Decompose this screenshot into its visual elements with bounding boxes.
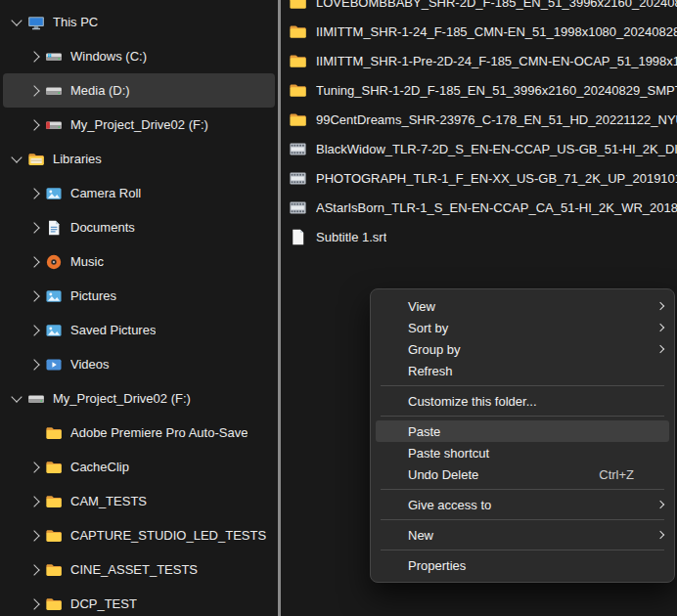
sidebar-item-music[interactable]: Music <box>3 244 275 279</box>
chevron-right-icon[interactable] <box>25 566 42 574</box>
sidebar-item-camera-roll[interactable]: Camera Roll <box>3 176 275 210</box>
menu-item-new[interactable]: New <box>376 524 669 546</box>
menu-item-sort-by[interactable]: Sort by <box>376 317 669 338</box>
chevron-right-icon[interactable] <box>25 121 42 129</box>
file-row[interactable]: Subtitle 1.srt <box>289 222 677 251</box>
chevron-down-icon[interactable] <box>8 396 24 401</box>
submenu-chevron-icon <box>648 502 663 507</box>
folder-icon <box>45 595 63 613</box>
film-icon <box>289 169 307 188</box>
chevron-right-icon[interactable] <box>25 190 42 198</box>
menu-item-group-by[interactable]: Group by <box>376 338 669 360</box>
sidebar-item-label: CacheClip <box>70 460 129 474</box>
chevron-right-icon[interactable] <box>25 224 42 232</box>
menu-item-label: View <box>408 299 435 314</box>
chevron-right-icon[interactable] <box>25 600 42 608</box>
menu-item-view[interactable]: View <box>376 295 669 317</box>
chevron-right-icon[interactable] <box>25 258 42 266</box>
sidebar-item-cam-tests[interactable]: CAM_TESTS <box>3 484 275 518</box>
folder-icon <box>289 52 307 70</box>
sidebar-item-my-project-drive02-f[interactable]: My_Project_Drive02 (F:) <box>3 108 275 142</box>
pictures-icon <box>45 185 63 202</box>
folder-icon <box>45 561 63 579</box>
menu-item-label: Paste <box>408 424 440 439</box>
file-row[interactable]: IIMITTM_SHR-1-24_F-185_CMN-EN_51_1998x10… <box>289 17 677 46</box>
library-icon <box>27 151 45 168</box>
file-row[interactable]: 99CentDreams_SHR-23976_C-178_EN_51_HD_20… <box>289 105 677 134</box>
menu-item-refresh[interactable]: Refresh <box>376 360 669 381</box>
menu-separator <box>381 550 664 550</box>
sidebar-item-cacheclip[interactable]: CacheClip <box>3 450 275 484</box>
usb-drive-icon <box>45 116 63 134</box>
chevron-right-icon[interactable] <box>25 292 42 300</box>
chevron-right-icon[interactable] <box>25 327 42 334</box>
videos-icon <box>45 356 63 374</box>
chevron-right-icon[interactable] <box>25 463 42 471</box>
sidebar-item-adobe-premiere-auto-save[interactable]: Adobe Premiere Pro Auto-Save <box>3 416 275 450</box>
sidebar-item-label: Adobe Premiere Pro Auto-Save <box>70 425 248 440</box>
file-row[interactable]: LOVEBOMBBABY_SHR-2D_F-185_EN_51_3996x216… <box>289 0 677 17</box>
sidebar-item-label: Libraries <box>53 152 102 166</box>
menu-item-undo-delete[interactable]: Undo Delete Ctrl+Z <box>376 463 669 485</box>
menu-separator <box>381 519 664 520</box>
chevron-right-icon[interactable] <box>25 87 42 95</box>
chevron-right-icon[interactable] <box>25 498 42 506</box>
menu-item-paste-shortcut[interactable]: Paste shortcut <box>376 442 669 463</box>
file-explorer-window: This PC Windows (C:) Media (D:) My_Proje… <box>0 0 677 616</box>
file-name: IIMITTM_SHR-1-Pre-2D-24_F-185_CMN-EN-OCA… <box>316 54 677 68</box>
chevron-right-icon[interactable] <box>25 53 42 61</box>
file-list: LOVEBOMBBABY_SHR-2D_F-185_EN_51_3996x216… <box>289 0 677 251</box>
menu-item-give-access[interactable]: Give access to <box>376 494 669 515</box>
file-name: AStarIsBorn_TLR-1_S_EN-EN-CCAP_CA_51-HI_… <box>316 200 677 215</box>
sidebar-item-label: CAPTURE_STUDIO_LED_TESTS <box>70 528 266 543</box>
menu-item-paste[interactable]: Paste <box>376 420 669 442</box>
sidebar-item-cine-asset-tests[interactable]: CINE_ASSET_TESTS <box>3 552 275 587</box>
menu-item-label: Refresh <box>408 364 453 378</box>
sidebar-item-label: Music <box>70 254 104 269</box>
file-icon <box>289 228 307 246</box>
sidebar-item-label: This PC <box>53 15 98 29</box>
sidebar-item-libraries[interactable]: Libraries <box>3 142 275 176</box>
sidebar-item-media-d[interactable]: Media (D:) <box>3 73 275 108</box>
folder-icon <box>45 493 63 510</box>
folder-icon <box>289 81 307 100</box>
file-row[interactable]: AStarIsBorn_TLR-1_S_EN-EN-CCAP_CA_51-HI_… <box>289 193 677 222</box>
menu-item-customize-folder[interactable]: Customize this folder... <box>376 390 669 412</box>
file-row[interactable]: PHOTOGRAPH_TLR-1_F_EN-XX_US-GB_71_2K_UP_… <box>289 163 677 193</box>
menu-separator <box>381 489 664 490</box>
music-icon <box>45 253 63 271</box>
menu-item-label: Sort by <box>408 321 448 335</box>
drive-icon <box>45 82 63 100</box>
sidebar-item-this-pc[interactable]: This PC <box>3 5 275 39</box>
folder-icon <box>45 527 63 545</box>
menu-item-label: Properties <box>408 558 466 573</box>
menu-item-properties[interactable]: Properties <box>376 554 669 576</box>
file-name: PHOTOGRAPH_TLR-1_F_EN-XX_US-GB_71_2K_UP_… <box>316 171 677 186</box>
folder-icon <box>45 459 63 476</box>
navigation-pane: This PC Windows (C:) Media (D:) My_Proje… <box>0 0 278 616</box>
sidebar-item-label: Pictures <box>70 288 116 303</box>
chevron-down-icon[interactable] <box>8 156 24 161</box>
sidebar-item-label: Windows (C:) <box>70 49 147 64</box>
file-row[interactable]: IIMITTM_SHR-1-Pre-2D-24_F-185_CMN-EN-OCA… <box>289 46 677 75</box>
sidebar-item-saved-pictures[interactable]: Saved Pictures <box>3 313 275 347</box>
sidebar-item-pictures[interactable]: Pictures <box>3 279 275 313</box>
sidebar-item-videos[interactable]: Videos <box>3 347 275 381</box>
chevron-right-icon[interactable] <box>25 532 42 540</box>
chevron-down-icon[interactable] <box>8 20 24 24</box>
sidebar-item-dcp-test[interactable]: DCP_TEST <box>3 587 275 616</box>
sidebar-item-windows-c[interactable]: Windows (C:) <box>3 39 275 73</box>
sidebar-item-my-project-drive02-f-2[interactable]: My_Project_Drive02 (F:) <box>3 381 275 416</box>
documents-icon <box>45 219 63 237</box>
sidebar-item-label: CINE_ASSET_TESTS <box>70 562 198 577</box>
chevron-right-icon[interactable] <box>25 361 42 369</box>
menu-item-label: Paste shortcut <box>408 446 489 461</box>
file-row[interactable]: BlackWidow_TLR-7-2D_S_EN-EN-CCAP_US-GB_5… <box>289 134 677 163</box>
this-pc-icon <box>27 14 45 31</box>
file-name: LOVEBOMBBABY_SHR-2D_F-185_EN_51_3996x216… <box>316 0 677 10</box>
sidebar-item-capture-studio-led-tests[interactable]: CAPTURE_STUDIO_LED_TESTS <box>3 518 275 552</box>
file-row[interactable]: Tuning_SHR-1-2D_F-185_EN_51_3996x2160_20… <box>289 75 677 105</box>
context-menu: View Sort by Group by Refresh Customize … <box>370 288 675 583</box>
sidebar-item-documents[interactable]: Documents <box>3 210 275 244</box>
pictures-icon <box>45 287 63 305</box>
